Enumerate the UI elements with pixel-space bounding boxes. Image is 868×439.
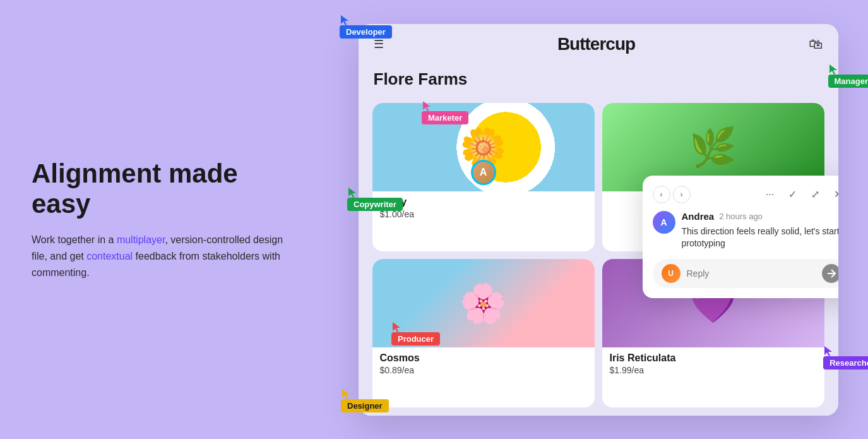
- researcher-cursor-icon: [823, 345, 835, 356]
- developer-cursor-icon: [340, 14, 351, 25]
- marketer-cursor-icon: [422, 100, 433, 111]
- copywriter-cursor-icon: [347, 186, 359, 198]
- product-info-daisy: Daisy $1.00/ea: [372, 191, 595, 227]
- svg-marker-6: [824, 346, 832, 356]
- cursor-producer: Producer: [391, 321, 440, 346]
- more-options-icon[interactable]: ···: [761, 186, 779, 203]
- producer-label: Producer: [391, 332, 440, 346]
- copywriter-label: Copywriter: [347, 198, 403, 211]
- left-section: Alignment made easy Work together in a m…: [0, 121, 328, 318]
- reply-input[interactable]: [687, 268, 816, 279]
- cursor-marketer: Marketer: [422, 100, 468, 124]
- comment-content: Andrea 2 hours ago This direction feels …: [682, 211, 838, 250]
- commenter-avatar: A: [653, 211, 675, 234]
- resolve-icon[interactable]: ✓: [784, 186, 802, 203]
- reply-avatar: U: [662, 264, 681, 283]
- researcher-label: Researcher: [823, 356, 868, 370]
- product-info-cosmos: Cosmos $0.89/ea: [372, 347, 595, 383]
- cursor-designer: Designer: [341, 388, 389, 412]
- producer-cursor-icon: [391, 321, 403, 332]
- product-name-iris: Iris Reticulata: [610, 352, 817, 364]
- product-price-daisy: $1.00/ea: [380, 209, 587, 219]
- cursor-researcher: Researcher: [823, 345, 868, 370]
- comment-meta: Andrea 2 hours ago: [682, 211, 838, 222]
- comment-overlay: ‹ › ··· ✓ ⤢ ✕ A Andrea 2 hours ago: [643, 176, 838, 298]
- app-title: Buttercup: [557, 34, 635, 54]
- product-price-iris: $1.99/ea: [610, 365, 817, 375]
- reply-area: U: [653, 259, 838, 288]
- product-card-daisy[interactable]: A Daisy $1.00/ea: [372, 103, 595, 251]
- comment-time: 2 hours ago: [719, 212, 763, 221]
- contextual-link[interactable]: contextual: [86, 251, 133, 262]
- product-name-cosmos: Cosmos: [380, 352, 587, 364]
- commenter-name: Andrea: [682, 211, 715, 222]
- comment-text: This direction feels really solid, let's…: [682, 226, 838, 250]
- manager-label: Manager: [828, 75, 868, 88]
- product-info-iris: Iris Reticulata $1.99/ea: [602, 347, 824, 383]
- multiplayer-link[interactable]: multiplayer: [117, 234, 165, 245]
- svg-marker-2: [348, 188, 356, 198]
- app-header: ☰ Buttercup 🛍: [359, 24, 838, 64]
- daisy-avatar: A: [471, 160, 496, 185]
- cursor-manager: Manager: [828, 63, 868, 88]
- comment-nav: ‹ › ··· ✓ ⤢ ✕: [653, 186, 838, 203]
- next-comment-button[interactable]: ›: [673, 186, 691, 203]
- close-icon[interactable]: ✕: [829, 186, 838, 203]
- right-section: Developer Marketer Copywriter Manager Pr…: [328, 0, 868, 439]
- headline: Alignment made easy: [32, 159, 297, 220]
- comment-nav-left: ‹ ›: [653, 186, 691, 203]
- cursor-developer: Developer: [340, 14, 392, 39]
- manager-cursor-icon: [828, 63, 840, 75]
- marketer-label: Marketer: [422, 111, 468, 124]
- bag-icon[interactable]: 🛍: [809, 36, 823, 52]
- description: Work together in a multiplayer, version-…: [32, 232, 297, 280]
- svg-marker-4: [393, 322, 400, 332]
- svg-marker-3: [829, 64, 837, 75]
- product-name-daisy: Daisy: [380, 196, 587, 208]
- product-price-cosmos: $0.89/ea: [380, 365, 587, 375]
- app-mockup: ☰ Buttercup 🛍 Flore Farms A Daisy $1.00/…: [359, 24, 838, 416]
- prev-comment-button[interactable]: ‹: [653, 186, 670, 203]
- cursor-copywriter: Copywriter: [347, 186, 403, 211]
- svg-marker-0: [341, 15, 348, 25]
- send-reply-button[interactable]: [822, 264, 838, 283]
- comment-nav-right: ··· ✓ ⤢ ✕: [761, 186, 838, 203]
- designer-cursor-icon: [341, 388, 352, 399]
- product-image-daisy: A: [372, 103, 595, 191]
- developer-label: Developer: [340, 25, 392, 39]
- svg-marker-1: [423, 101, 431, 111]
- hamburger-icon[interactable]: ☰: [374, 37, 384, 51]
- comment-body: A Andrea 2 hours ago This direction feel…: [653, 211, 838, 250]
- svg-marker-5: [342, 389, 350, 399]
- store-name: Flore Farms: [359, 64, 838, 99]
- designer-label: Designer: [341, 399, 389, 412]
- expand-icon[interactable]: ⤢: [807, 186, 824, 203]
- send-icon: [827, 269, 836, 278]
